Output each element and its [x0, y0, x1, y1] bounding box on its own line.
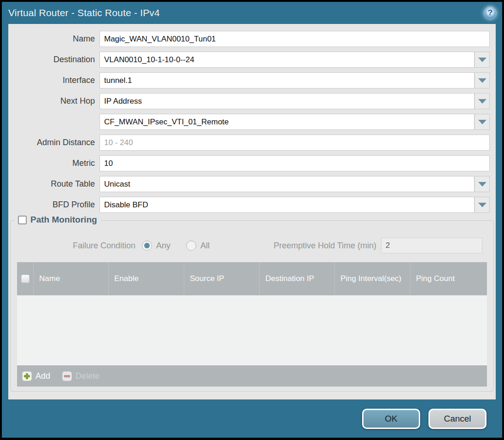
dialog-content: Name Destination Interface	[8, 24, 496, 399]
path-monitoring-checkbox[interactable]	[18, 216, 27, 224]
select-all-checkbox[interactable]	[21, 275, 29, 283]
interface-dropdown-button[interactable]	[475, 72, 490, 88]
destination-label: Destination	[8, 55, 100, 65]
chevron-down-icon	[478, 78, 486, 83]
next-hop-address-input[interactable]	[100, 114, 475, 130]
radio-all-label: All	[200, 241, 210, 251]
path-monitoring-title: Path Monitoring	[30, 215, 97, 225]
chevron-down-icon	[478, 99, 486, 104]
column-header-enable[interactable]: Enable	[109, 262, 184, 295]
path-monitoring-options-row: Failure Condition Any All Preemptive Hol…	[11, 238, 493, 253]
column-header-ping-count[interactable]: Ping Count	[410, 262, 487, 295]
path-monitoring-legend: Path Monitoring	[14, 215, 101, 225]
column-header-name[interactable]: Name	[34, 262, 109, 295]
dialog-titlebar: Virtual Router - Static Route - IPv4 ?	[2, 2, 502, 24]
cancel-button[interactable]: Cancel	[428, 409, 486, 429]
next-hop-label: Next Hop	[8, 96, 100, 106]
table-header: Name Enable Source IP Destination IP Pin…	[17, 262, 487, 295]
add-button-label: Add	[35, 371, 50, 381]
dialog-button-bar: OK Cancel	[2, 399, 502, 438]
preemptive-hold-time-label: Preemptive Hold Time (min)	[225, 241, 381, 251]
table-body-empty	[17, 295, 487, 365]
form-row-name: Name	[8, 31, 490, 47]
form-row-admin-distance: Admin Distance	[8, 135, 490, 151]
chevron-down-icon	[478, 182, 486, 187]
next-hop-type-input[interactable]	[100, 93, 475, 109]
failure-condition-label: Failure Condition	[11, 241, 142, 251]
column-header-ping-interval[interactable]: Ping Interval(sec)	[335, 262, 410, 295]
form-row-destination: Destination	[8, 52, 490, 68]
radio-all-icon	[186, 241, 196, 251]
chevron-down-icon	[478, 120, 486, 124]
table-toolbar: Add Delete	[17, 365, 487, 387]
destination-dropdown-button[interactable]	[475, 52, 490, 68]
static-route-dialog: Virtual Router - Static Route - IPv4 ? N…	[2, 2, 502, 438]
radio-any-label: Any	[156, 241, 170, 251]
form-row-next-hop: Next Hop	[8, 93, 490, 109]
route-table-input[interactable]	[100, 176, 475, 192]
select-all-column[interactable]	[17, 262, 34, 295]
bfd-profile-label: BFD Profile	[8, 200, 100, 210]
bfd-profile-dropdown-button[interactable]	[475, 197, 490, 213]
name-input[interactable]	[100, 31, 490, 47]
preemptive-hold-time-input[interactable]	[381, 238, 482, 253]
delete-button-label: Delete	[76, 371, 100, 381]
add-button[interactable]: Add	[22, 371, 50, 381]
path-monitoring-table: Name Enable Source IP Destination IP Pin…	[17, 262, 487, 387]
plus-icon	[22, 371, 32, 381]
metric-input[interactable]	[100, 155, 490, 171]
admin-distance-input[interactable]	[100, 135, 490, 151]
admin-distance-label: Admin Distance	[8, 138, 100, 147]
destination-input[interactable]	[100, 52, 475, 68]
radio-any-icon	[142, 241, 152, 251]
route-table-dropdown-button[interactable]	[475, 176, 490, 192]
bfd-profile-input[interactable]	[100, 197, 475, 213]
dialog-title: Virtual Router - Static Route - IPv4	[8, 7, 160, 18]
route-table-label: Route Table	[8, 179, 100, 189]
chevron-down-icon	[478, 58, 486, 62]
form-row-next-hop-address	[8, 114, 490, 130]
metric-label: Metric	[8, 158, 100, 168]
form-row-route-table: Route Table	[8, 176, 490, 192]
minus-icon	[62, 371, 72, 381]
help-icon[interactable]: ?	[484, 6, 497, 19]
path-monitoring-section: Path Monitoring Failure Condition Any Al…	[10, 220, 494, 392]
next-hop-address-dropdown-button[interactable]	[475, 114, 490, 130]
name-label: Name	[8, 34, 100, 44]
delete-button[interactable]: Delete	[62, 371, 100, 381]
failure-condition-any-option[interactable]: Any	[142, 241, 170, 251]
next-hop-dropdown-button[interactable]	[475, 93, 490, 109]
form-row-bfd-profile: BFD Profile	[8, 197, 490, 213]
column-header-source-ip[interactable]: Source IP	[184, 262, 260, 295]
ok-button[interactable]: OK	[362, 409, 420, 429]
interface-input[interactable]	[100, 72, 475, 88]
form-row-metric: Metric	[8, 155, 490, 171]
interface-label: Interface	[8, 76, 100, 85]
form-row-interface: Interface	[8, 72, 490, 88]
failure-condition-all-option[interactable]: All	[186, 241, 210, 251]
chevron-down-icon	[478, 203, 486, 207]
column-header-destination-ip[interactable]: Destination IP	[260, 262, 335, 295]
